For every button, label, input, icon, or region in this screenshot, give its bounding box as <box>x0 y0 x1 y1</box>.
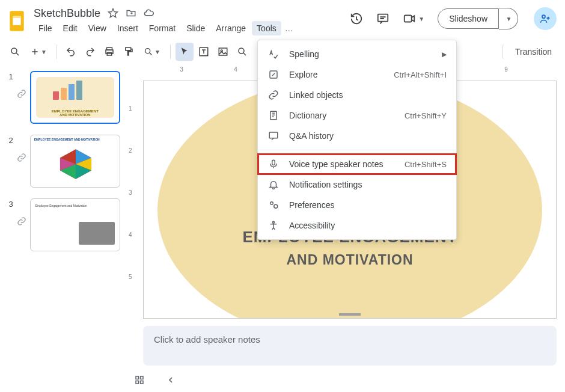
speaker-notes-input[interactable]: Click to add speaker notes <box>143 326 557 366</box>
resize-grip[interactable] <box>339 313 361 316</box>
a11y-icon <box>267 220 279 231</box>
svg-point-15 <box>239 48 244 54</box>
tools-menu-preferences[interactable]: Preferences <box>258 195 456 215</box>
insert-image-button[interactable] <box>214 43 232 61</box>
tools-menu-accessibility[interactable]: Accessibility <box>258 215 456 236</box>
tools-menu-explore[interactable]: ExploreCtrl+Alt+Shift+I <box>258 64 456 85</box>
tools-menu-notification-settings[interactable]: Notification settings <box>258 174 456 195</box>
insert-shape-button[interactable] <box>233 43 251 61</box>
menu-edit[interactable]: Edit <box>58 21 82 35</box>
prefs-icon <box>267 200 279 210</box>
svg-point-20 <box>270 202 273 205</box>
menu-overflow[interactable]: … <box>282 21 296 35</box>
menu-item-label: Notification settings <box>289 180 362 189</box>
menu-insert[interactable]: Insert <box>112 21 143 35</box>
qa-icon <box>267 130 279 141</box>
ruler-tick: 9 <box>504 66 508 73</box>
menu-view[interactable]: View <box>84 21 111 35</box>
move-folder-icon[interactable] <box>126 8 136 19</box>
tools-menu-linked-objects[interactable]: Linked objects <box>258 85 456 105</box>
svg-rect-29 <box>136 376 139 379</box>
print-button[interactable] <box>100 43 118 61</box>
search-menus-button[interactable] <box>6 43 24 61</box>
ruler-tick: 2 <box>129 147 132 154</box>
slide-filmstrip: 1 EMPLOYEE ENGAGEMENT AND MOTIVATION 2 E… <box>0 65 126 392</box>
redo-button[interactable] <box>81 43 99 61</box>
new-slide-button[interactable]: ▼ <box>25 43 52 61</box>
app-logo[interactable] <box>6 7 28 35</box>
menu-item-label: Dictionary <box>289 111 326 120</box>
grid-view-button[interactable] <box>131 372 148 388</box>
slide-number: 1 <box>5 71 13 81</box>
svg-rect-4 <box>405 16 412 22</box>
paint-format-button[interactable] <box>120 43 138 61</box>
menu-file[interactable]: File <box>34 21 57 35</box>
tools-dropdown: Spelling▶ExploreCtrl+Alt+Shift+ILinked o… <box>257 40 457 240</box>
collapse-button[interactable] <box>162 372 179 388</box>
text-box-button[interactable] <box>195 43 213 61</box>
ruler-tick: 1 <box>129 105 132 112</box>
tools-menu-dictionary[interactable]: DictionaryCtrl+Shift+Y <box>258 105 456 126</box>
menu-item-label: Explore <box>289 70 317 79</box>
menu-arrange[interactable]: Arrange <box>211 21 251 35</box>
tools-menu-q-a-history[interactable]: Q&A history <box>258 126 456 146</box>
menu-tools[interactable]: Tools <box>252 21 281 35</box>
menu-item-label: Voice type speaker notes <box>289 159 383 169</box>
svg-rect-2 <box>13 16 20 18</box>
svg-point-5 <box>542 15 545 18</box>
link-icon <box>267 90 279 100</box>
document-title[interactable]: SketchBubble <box>34 7 100 20</box>
link-icon <box>17 153 26 162</box>
present-video-icon[interactable]: ▼ <box>403 12 424 25</box>
zoom-button[interactable]: ▼ <box>139 43 165 61</box>
share-button[interactable] <box>534 7 557 30</box>
thumb-header: EMPLOYEE ENGAGEMENT AND MOTIVATION <box>34 138 100 141</box>
svg-point-11 <box>145 49 150 54</box>
speaker-notes-placeholder: Click to add speaker notes <box>154 334 260 345</box>
menu-format[interactable]: Format <box>144 21 180 35</box>
title-bar: SketchBubble File Edit View Insert Forma… <box>0 0 565 38</box>
bell-icon <box>267 179 279 190</box>
star-icon[interactable] <box>108 8 118 19</box>
slide-thumb-1[interactable]: EMPLOYEE ENGAGEMENT AND MOTIVATION <box>30 71 120 124</box>
svg-rect-19 <box>272 160 275 165</box>
menu-item-label: Accessibility <box>289 221 335 230</box>
menu-item-label: Linked objects <box>289 90 343 100</box>
svg-rect-31 <box>136 381 139 384</box>
toolbar-separator <box>56 44 57 59</box>
tools-menu-spelling[interactable]: Spelling▶ <box>258 44 456 64</box>
mic-icon <box>267 159 279 170</box>
ruler-tick: 3 <box>129 189 132 196</box>
menu-shortcut: Ctrl+Shift+S <box>405 160 447 169</box>
slide-number: 2 <box>5 135 13 145</box>
tools-menu-voice-type-speaker-notes[interactable]: Voice type speaker notesCtrl+Shift+S <box>258 154 456 174</box>
ruler-tick: 5 <box>129 274 132 280</box>
menu-item-label: Spelling <box>289 49 319 59</box>
svg-rect-18 <box>269 132 278 138</box>
link-icon <box>17 216 26 226</box>
slide-thumb-2[interactable]: EMPLOYEE ENGAGEMENT AND MOTIVATION <box>30 135 120 188</box>
svg-rect-10 <box>126 47 131 51</box>
slideshow-button[interactable]: Slideshow <box>438 8 499 29</box>
comments-icon[interactable] <box>376 12 389 25</box>
menu-shortcut: Ctrl+Alt+Shift+I <box>394 70 447 79</box>
svg-rect-30 <box>141 376 144 379</box>
menu-slide[interactable]: Slide <box>182 21 210 35</box>
transition-button[interactable]: Transition <box>502 44 559 60</box>
thumb-header: Employee Engagement and Motivation <box>35 204 87 208</box>
slideshow-options-button[interactable]: ▼ <box>499 8 518 29</box>
undo-button[interactable] <box>62 43 80 61</box>
select-tool-button[interactable] <box>176 43 194 61</box>
explore-icon <box>267 69 279 80</box>
history-icon[interactable] <box>350 12 363 25</box>
menu-item-label: Preferences <box>289 200 334 210</box>
dictionary-icon <box>267 110 279 121</box>
ruler-vertical: 12345 <box>126 78 139 320</box>
header-actions: ▼ Slideshow ▼ <box>350 7 557 30</box>
toolbar-separator <box>170 44 171 59</box>
svg-point-22 <box>273 221 275 223</box>
slide-thumb-3[interactable]: Employee Engagement and Motivation <box>30 198 120 251</box>
cloud-status-icon[interactable] <box>144 8 154 19</box>
svg-point-21 <box>274 204 278 208</box>
submenu-caret-icon: ▶ <box>442 51 447 58</box>
